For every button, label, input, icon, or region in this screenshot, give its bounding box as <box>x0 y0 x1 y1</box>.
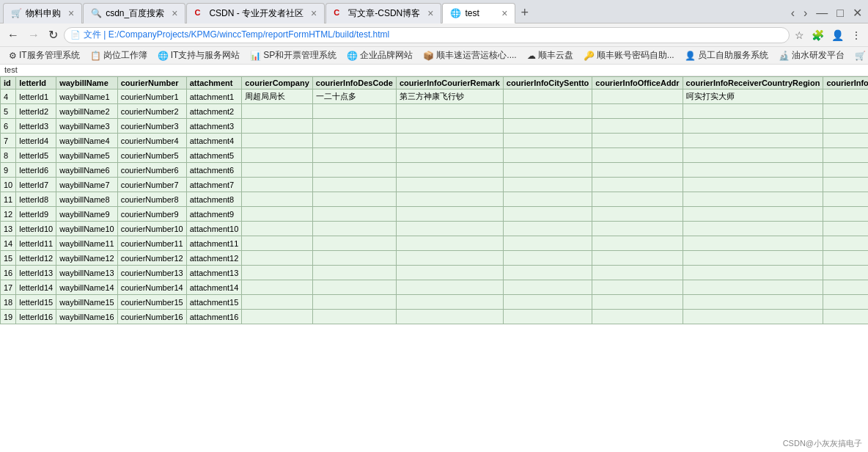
cell-courierInfoCourierRemark <box>396 295 503 310</box>
bookmark-brand[interactable]: 🌐 企业品牌网站 <box>342 48 417 62</box>
cell-courierInfoCitySentto <box>503 178 592 192</box>
browser-window: 🛒 物料申购 × 🔍 csdn_百度搜索 × C CSDN - 专业开发者社区 … <box>0 0 868 452</box>
cell-id: 5 <box>1 104 16 119</box>
tab-csdn-write[interactable]: C 写文章-CSDN博客 × <box>326 3 441 23</box>
cell-courierInfoOfficeAddr <box>592 178 683 192</box>
tab-wuliao[interactable]: 🛒 物料申购 × <box>3 3 82 23</box>
col-header-courierInfoReceiverCompany: courierInfoReceiverCompany <box>823 77 868 90</box>
bookmark-sf-ops[interactable]: 📦 顺丰速运营运核心.... <box>419 48 521 62</box>
tab-icon-test: 🌐 <box>450 8 460 18</box>
cell-courierNumber: courierNumber1 <box>117 90 186 104</box>
tab-close-csdn-write[interactable]: × <box>427 7 433 19</box>
bookmark-sf-cloud[interactable]: ☁ 顺丰云盘 <box>523 48 578 62</box>
table-row: 7letterId4waybillName4courierNumber4atta… <box>1 134 869 148</box>
cell-id: 16 <box>1 266 16 280</box>
bookmark-it-service[interactable]: ⚙ IT服务管理系统 <box>4 48 84 62</box>
new-tab-button[interactable]: + <box>516 5 533 21</box>
col-header-waybillName: waybillName <box>56 77 118 90</box>
bookmark-star-icon[interactable]: ☆ <box>792 29 806 41</box>
col-header-courierNumber: courierNumber <box>117 77 186 90</box>
cell-courierInfoDesCode <box>312 266 396 280</box>
cell-courierInfoDesCode <box>312 134 396 148</box>
cell-courierNumber: courierNumber4 <box>117 134 186 148</box>
tab-icon-csdn-write: C <box>334 8 344 18</box>
cell-courierInfoDesCode <box>312 236 396 251</box>
tab-label-csdn-write: 写文章-CSDN博客 <box>348 7 420 20</box>
cell-courierInfoDesCode <box>312 119 396 134</box>
cell-courierInfoDesCode <box>312 207 396 222</box>
cell-courierInfoReceiverCountryRegion <box>683 104 823 119</box>
extensions-icon[interactable]: 🧩 <box>809 29 826 41</box>
cell-letterId: letterId10 <box>16 222 56 236</box>
tab-close-wuliao[interactable]: × <box>68 7 74 19</box>
table-row: 13letterId10waybillName10courierNumber10… <box>1 222 869 236</box>
cell-letterId: letterId5 <box>16 148 56 163</box>
cell-courierInfoReceiverCountryRegion <box>683 163 823 178</box>
cell-letterId: letterId16 <box>16 310 56 324</box>
tab-close-csdn-community[interactable]: × <box>311 7 317 19</box>
cell-courierInfoReceiverCompany <box>823 251 868 266</box>
bookmark-oil[interactable]: 🔬 油水研发平台 <box>774 48 849 62</box>
cell-courierInfoCourierRemark <box>396 222 503 236</box>
tab-controls: ‹ › — □ ✕ <box>788 6 865 20</box>
cell-attachment: attachment6 <box>186 163 242 178</box>
page-title: test <box>4 65 18 74</box>
cell-letterId: letterId8 <box>16 192 56 207</box>
tab-close-test[interactable]: × <box>501 7 507 19</box>
maximize-icon[interactable]: □ <box>834 7 847 20</box>
table-row: 11letterId8waybillName8courierNumber8att… <box>1 192 869 207</box>
cell-waybillName: waybillName9 <box>56 207 118 222</box>
reload-button[interactable]: ↻ <box>45 26 61 43</box>
data-table: idletterIdwaybillNamecourierNumberattach… <box>0 76 868 324</box>
cell-attachment: attachment15 <box>186 295 242 310</box>
cell-courierInfoCourierRemark: 第三方神康飞行钞 <box>396 90 503 104</box>
tab-csdn-community[interactable]: C CSDN - 专业开发者社区 × <box>186 3 325 23</box>
close-window-icon[interactable]: ✕ <box>850 6 865 20</box>
bookmark-hr[interactable]: 👤 员工自助服务系统 <box>680 48 773 62</box>
tab-test[interactable]: 🌐 test × <box>442 3 515 23</box>
menu-icon[interactable]: ⋮ <box>849 29 864 41</box>
tab-csdn-baidu[interactable]: 🔍 csdn_百度搜索 × <box>83 3 185 23</box>
cell-courierInfoOfficeAddr <box>592 207 683 222</box>
tab-close-csdn-baidu[interactable]: × <box>172 7 177 19</box>
cell-courierInfoReceiverCountryRegion <box>683 207 823 222</box>
cell-courierInfoReceiverCompany <box>823 266 868 280</box>
profile-icon[interactable]: 👤 <box>829 29 846 41</box>
bookmark-sp[interactable]: 📊 SP和开票管理系统 <box>246 48 341 62</box>
tab-icon-wuliao: 🛒 <box>11 8 21 18</box>
bookmark-sf-ops-label: 顺丰速运营运核心.... <box>436 49 516 62</box>
cell-courierInfoOfficeAddr <box>592 90 683 104</box>
bookmark-it-support[interactable]: 🌐 IT支持与服务网站 <box>153 48 245 62</box>
address-bar-wrapper[interactable]: 📄 <box>64 27 790 43</box>
cell-courierInfoReceiverCompany <box>823 310 868 324</box>
minimize-icon[interactable]: — <box>813 7 831 20</box>
cell-courierCompany <box>242 192 312 207</box>
cell-waybillName: waybillName3 <box>56 119 118 134</box>
cell-attachment: attachment8 <box>186 192 242 207</box>
table-row: 15letterId12waybillName12courierNumber12… <box>1 251 869 266</box>
cell-courierInfoOfficeAddr <box>592 134 683 148</box>
tab-chevron-left-icon[interactable]: ‹ <box>788 7 798 20</box>
cell-courierInfoCitySentto <box>503 280 592 295</box>
cell-courierInfoCitySentto <box>503 236 592 251</box>
bookmark-workbook[interactable]: 📋 岗位工作簿 <box>86 48 152 62</box>
cell-attachment: attachment10 <box>186 222 242 236</box>
browser-toolbar: ← → ↻ 📄 ☆ 🧩 👤 ⋮ <box>0 23 868 47</box>
cell-courierInfoOfficeAddr <box>592 280 683 295</box>
tab-chevron-right-icon[interactable]: › <box>801 7 810 20</box>
forward-button[interactable]: → <box>25 27 43 43</box>
bookmark-sf-pwd[interactable]: 🔑 顺丰账号密码自助... <box>579 48 679 62</box>
cell-courierInfoOfficeAddr <box>592 310 683 324</box>
address-input[interactable] <box>84 30 783 40</box>
table-container[interactable]: idletterIdwaybillNamecourierNumberattach… <box>0 76 868 452</box>
cell-courierInfoOfficeAddr <box>592 222 683 236</box>
cell-courierInfoDesCode <box>312 251 396 266</box>
tab-label-wuliao: 物料申购 <box>26 7 61 20</box>
cell-id: 10 <box>1 178 16 192</box>
bookmark-hr-label: 员工自助服务系统 <box>698 49 768 62</box>
cell-attachment: attachment7 <box>186 178 242 192</box>
back-button[interactable]: ← <box>4 27 22 43</box>
bookmark-wuliao[interactable]: 🛒 物料申购 <box>850 48 868 62</box>
cell-courierInfoCitySentto <box>503 163 592 178</box>
cell-courierInfoReceiverCompany <box>823 104 868 119</box>
